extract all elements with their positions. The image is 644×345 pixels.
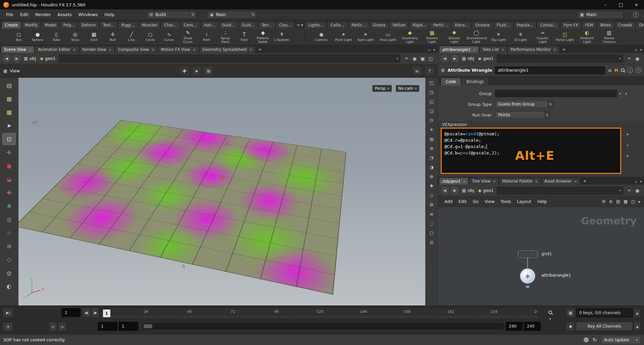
shelf-tab[interactable]: Pyro FX xyxy=(560,21,581,28)
desktop-selector[interactable]: ▣ Main xyxy=(577,11,624,19)
pane-tab[interactable]: Motion FX View × xyxy=(158,46,199,53)
next-frame-button[interactable]: |▶ xyxy=(91,308,99,317)
pane-square-icon[interactable]: ▫ xyxy=(428,48,430,52)
close-icon[interactable]: × xyxy=(553,48,556,52)
display-option-icon[interactable]: ◳ xyxy=(429,90,434,94)
shelf-tab[interactable]: Poly... xyxy=(60,21,78,28)
display-option-icon[interactable]: ◲ xyxy=(429,109,434,113)
houdini-help-icon[interactable]: H xyxy=(614,68,618,73)
path-tool-icon[interactable]: ⌖ xyxy=(402,55,411,63)
range-slider[interactable] xyxy=(142,323,504,329)
shelf-tool[interactable]: ↟ L-System xyxy=(272,30,291,44)
parameter-tab[interactable]: Code xyxy=(441,78,461,85)
shelf-tab[interactable]: Guid... xyxy=(219,21,238,28)
menu-item[interactable]: File xyxy=(3,9,17,20)
pane-tab[interactable]: /obj/geo1 × xyxy=(439,178,469,185)
close-icon[interactable]: × xyxy=(193,48,196,52)
shelf-tab[interactable]: Modify xyxy=(21,21,41,28)
viewport-tool-icon[interactable]: ⊛ xyxy=(2,240,16,252)
transport-button[interactable]: ▶| xyxy=(3,308,13,317)
close-icon[interactable]: × xyxy=(249,48,252,52)
display-option-icon[interactable]: ⊛ xyxy=(430,174,434,179)
shelf-tab[interactable]: FEM xyxy=(582,21,596,28)
shelf-add-button[interactable]: +▾ xyxy=(295,23,305,28)
pane-tab[interactable]: Scene View × xyxy=(1,46,35,53)
move-icon[interactable]: + xyxy=(626,140,629,150)
new-tab-button[interactable]: + xyxy=(256,46,264,53)
key-all-channels-button[interactable]: Key All Channels xyxy=(576,322,633,331)
shelf-tool[interactable]: ▯ Tube xyxy=(47,30,66,44)
pane-menu-icon[interactable]: ▾ xyxy=(640,180,642,183)
network-menu-item[interactable]: Layout xyxy=(514,199,534,204)
pane-menu-icon[interactable]: ▾ xyxy=(640,48,642,52)
help-icon[interactable]: ? xyxy=(636,67,641,73)
expand-icon[interactable]: ▾ xyxy=(627,150,629,161)
pane-tab[interactable]: Asset Browser × xyxy=(541,178,580,185)
shelf-tool[interactable]: ◫ Portal Light xyxy=(554,30,576,44)
close-icon[interactable]: × xyxy=(473,48,476,52)
viewport-tool-icon[interactable]: ✚ xyxy=(2,187,16,199)
view-tool-icon[interactable]: ➤ xyxy=(192,67,201,75)
shelf-tab[interactable]: Collis... xyxy=(327,21,348,28)
path-tool-icon[interactable]: ◉ xyxy=(633,55,641,63)
shelf-tool[interactable]: ✹ Distant Light xyxy=(443,30,465,44)
view-tool-icon[interactable]: ✚ xyxy=(180,67,189,75)
breadcrumb-geo1[interactable]: ◆ geo1 xyxy=(39,56,56,61)
shelf-tool[interactable]: ◯ Environment Light xyxy=(465,30,487,44)
pane-tab[interactable]: Tree View × xyxy=(469,178,499,185)
display-option-icon[interactable]: ○ xyxy=(429,230,433,235)
shelf-tool[interactable]: ≈ Caustic Light xyxy=(532,30,554,44)
shelf-tab[interactable]: Drive... xyxy=(636,21,644,28)
viewport-tool-icon[interactable]: ◍ xyxy=(2,267,16,279)
close-icon[interactable]: × xyxy=(574,179,577,184)
path-tool-icon[interactable]: ⌖ xyxy=(625,187,633,195)
shelf-tool[interactable]: ○ Circle xyxy=(141,30,160,44)
shelf-tab[interactable]: Text... xyxy=(100,21,118,28)
pane-tab[interactable]: Performance Monitor × xyxy=(507,46,559,53)
perspective-selector[interactable]: Persp ▾ xyxy=(372,85,392,92)
back-button[interactable]: ◀ xyxy=(441,55,449,63)
network-menu-item[interactable]: Go xyxy=(470,199,481,204)
pane-square-icon[interactable]: ▫ xyxy=(635,180,637,183)
network-tool-icon[interactable]: ≣ xyxy=(609,199,613,204)
shelf-tab[interactable]: Create xyxy=(2,21,21,28)
menu-item[interactable]: Edit xyxy=(17,9,32,20)
shelf-tool[interactable]: ● Sphere xyxy=(28,30,47,44)
path-dropdown[interactable]: ▾ xyxy=(497,187,623,195)
shelf-tab[interactable]: Visco... xyxy=(451,21,472,28)
new-tab-button[interactable]: + xyxy=(560,46,568,53)
group-dropdown-icon[interactable]: ▾ xyxy=(617,90,623,97)
shelf-tool[interactable]: ✳ GI Light xyxy=(509,30,532,44)
shelf-tab[interactable]: Cons... xyxy=(180,21,200,28)
vex-code-editor[interactable]: @pscale=rand(@ptnum);@Cd.r=@pscale;@Cd.g… xyxy=(441,128,621,174)
parameter-tab[interactable]: Bindings xyxy=(462,78,489,85)
viewport-tool-icon[interactable]: ⋔ xyxy=(2,200,16,212)
network-tool-icon[interactable]: ▦ xyxy=(624,199,628,204)
shelf-tool[interactable]: T Font xyxy=(235,30,254,44)
shelf-tool[interactable]: ◆ Geometry Light xyxy=(399,30,421,44)
shelf-tab[interactable]: Partic... xyxy=(430,21,451,28)
recook-icon[interactable]: ↻ xyxy=(593,337,597,343)
pane-tab[interactable]: attribwrangle1 × xyxy=(439,46,479,53)
close-icon[interactable]: × xyxy=(501,48,504,52)
display-option-icon[interactable]: ◱ xyxy=(429,99,434,104)
view-tool-icon[interactable]: ⊞ xyxy=(204,67,213,75)
menu-item[interactable]: Help xyxy=(101,9,118,20)
shelf-tab[interactable]: Char... xyxy=(161,21,180,28)
back-button[interactable]: ◀ xyxy=(441,187,449,195)
close-icon[interactable]: × xyxy=(151,48,154,52)
shelf-tab[interactable]: Crowds xyxy=(614,21,635,28)
shelf-tool[interactable]: ✛ Null xyxy=(103,30,122,44)
frame-ruler[interactable]: 24487296120144168192216240 1 xyxy=(102,308,538,319)
menu-item[interactable]: Assets xyxy=(54,9,75,20)
node-attribwrangle1[interactable]: ∗ xyxy=(520,269,535,283)
breadcrumb-geo1[interactable]: ◆ geo1 xyxy=(477,188,494,193)
shelf-tool[interactable]: ▦ Grid xyxy=(85,30,103,44)
menu-item[interactable]: Render xyxy=(32,9,54,20)
display-option-icon[interactable]: ◰ xyxy=(429,80,434,85)
viewport-tool-icon[interactable]: ◇ xyxy=(2,254,16,266)
pane-tab[interactable]: Material Palette × xyxy=(499,178,541,185)
close-icon[interactable]: × xyxy=(73,48,76,52)
path-tool-icon[interactable]: ⌖ xyxy=(625,55,633,63)
key-icon[interactable]: ◆ xyxy=(566,322,575,331)
